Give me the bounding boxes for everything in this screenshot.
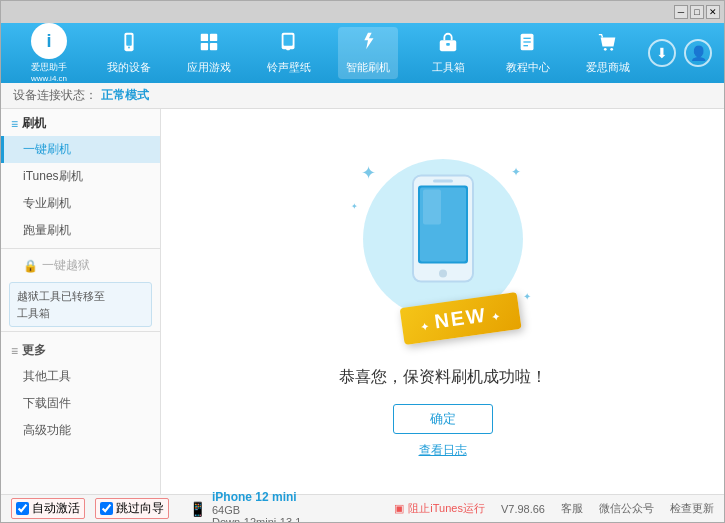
sidebar-more-header: ≡ 更多 bbox=[1, 336, 160, 363]
itunes-icon: ▣ bbox=[394, 502, 404, 515]
nav-item-tutorials-label: 教程中心 bbox=[506, 60, 550, 75]
svg-rect-21 bbox=[433, 179, 453, 182]
sidebar-item-other-tools[interactable]: 其他工具 bbox=[1, 363, 160, 390]
nav-item-ringtones[interactable]: 铃声壁纸 bbox=[259, 27, 319, 79]
content-area: ✦ ✦ ✦ ✦ bbox=[161, 109, 724, 496]
device-storage: 64GB bbox=[212, 504, 301, 516]
nav-item-tutorials[interactable]: 教程中心 bbox=[498, 27, 558, 79]
download-button[interactable]: ⬇ bbox=[648, 39, 676, 67]
main-area: ≡ 刷机 一键刷机 iTunes刷机 专业刷机 跑量刷机 🔒 一键越狱 bbox=[1, 109, 724, 496]
logo-icon: i bbox=[31, 23, 67, 59]
nav-item-toolbox-label: 工具箱 bbox=[432, 60, 465, 75]
sparkle-right-top: ✦ bbox=[511, 165, 521, 179]
svg-rect-4 bbox=[210, 34, 217, 41]
skip-wizard-checkbox[interactable]: 跳过向导 bbox=[95, 498, 169, 519]
logo: i 爱思助手 www.i4.cn bbox=[9, 23, 89, 83]
wechat-link[interactable]: 微信公众号 bbox=[599, 501, 654, 516]
toolbox-icon bbox=[437, 31, 459, 58]
svg-rect-5 bbox=[201, 43, 208, 50]
device-system: Down-12mini-13,1 bbox=[212, 516, 301, 524]
maximize-button[interactable]: □ bbox=[690, 5, 704, 19]
svg-point-20 bbox=[439, 269, 447, 277]
nav-item-my-device-label: 我的设备 bbox=[107, 60, 151, 75]
svg-rect-11 bbox=[446, 43, 450, 46]
svg-point-17 bbox=[610, 48, 613, 51]
phone-illustration-container: ✦ ✦ ✦ ✦ bbox=[343, 147, 543, 347]
lock-icon: 🔒 bbox=[23, 259, 38, 273]
sparkle-left: ✦ bbox=[361, 162, 376, 184]
sidebar-item-itunes-flash[interactable]: iTunes刷机 bbox=[1, 163, 160, 190]
tutorials-icon bbox=[517, 31, 539, 58]
bottom-right: ▣ 阻止iTunes运行 V7.98.66 客服 微信公众号 检查更新 bbox=[394, 501, 714, 516]
nav-item-toolbox[interactable]: 工具箱 bbox=[418, 27, 478, 79]
bottom-bar: 自动激活 跳过向导 📱 iPhone 12 mini 64GB Down-12m… bbox=[1, 494, 724, 522]
nav-item-smart-flash[interactable]: 智能刷机 bbox=[338, 27, 398, 79]
more-section-icon: ≡ bbox=[11, 344, 18, 358]
sidebar-item-no-data-flash[interactable]: 跑量刷机 bbox=[1, 217, 160, 244]
svg-rect-23 bbox=[423, 189, 441, 224]
svg-rect-6 bbox=[210, 43, 217, 50]
nav-item-store[interactable]: 爱思商城 bbox=[578, 27, 638, 79]
app-wrapper: ─ □ ✕ i 爱思助手 www.i4.cn 我的设备 bbox=[0, 0, 725, 523]
sidebar: ≡ 刷机 一键刷机 iTunes刷机 专业刷机 跑量刷机 🔒 一键越狱 bbox=[1, 109, 161, 496]
svg-rect-3 bbox=[201, 34, 208, 41]
sidebar-item-download-firmware[interactable]: 下载固件 bbox=[1, 390, 160, 417]
confirm-button[interactable]: 确定 bbox=[393, 404, 493, 434]
skip-wizard-input[interactable] bbox=[100, 502, 113, 515]
itunes-status[interactable]: ▣ 阻止iTunes运行 bbox=[394, 501, 485, 516]
ringtones-icon bbox=[278, 31, 300, 58]
nav-item-apps-games[interactable]: 应用游戏 bbox=[179, 27, 239, 79]
bottom-left: 自动激活 跳过向导 📱 iPhone 12 mini 64GB Down-12m… bbox=[11, 490, 394, 524]
nav-bar: i 爱思助手 www.i4.cn 我的设备 应用游戏 bbox=[1, 23, 724, 83]
sidebar-jailbreak-header: 🔒 一键越狱 bbox=[1, 253, 160, 278]
logo-text: 爱思助手 www.i4.cn bbox=[31, 61, 67, 83]
status-value: 正常模式 bbox=[101, 87, 149, 104]
check-update-link[interactable]: 检查更新 bbox=[670, 501, 714, 516]
sparkle-left-mid: ✦ bbox=[351, 202, 358, 211]
sparkle-right-bottom: ✦ bbox=[523, 291, 531, 302]
svg-point-16 bbox=[604, 48, 607, 51]
svg-rect-9 bbox=[286, 48, 290, 51]
nav-item-my-device[interactable]: 我的设备 bbox=[99, 27, 159, 79]
phone-svg bbox=[408, 173, 478, 286]
svg-rect-1 bbox=[126, 35, 132, 46]
nav-item-flash-label: 智能刷机 bbox=[346, 60, 390, 75]
sidebar-item-advanced[interactable]: 高级功能 bbox=[1, 417, 160, 444]
sidebar-divider-2 bbox=[1, 331, 160, 332]
auto-connect-input[interactable] bbox=[16, 502, 29, 515]
device-name: iPhone 12 mini bbox=[212, 490, 301, 504]
device-info: 📱 iPhone 12 mini 64GB Down-12mini-13,1 bbox=[189, 490, 301, 524]
nav-item-apps-label: 应用游戏 bbox=[187, 60, 231, 75]
store-icon bbox=[597, 31, 619, 58]
sidebar-divider-1 bbox=[1, 248, 160, 249]
status-label: 设备连接状态： bbox=[13, 87, 97, 104]
my-device-icon bbox=[118, 31, 140, 58]
auto-connect-checkbox[interactable]: 自动激活 bbox=[11, 498, 85, 519]
success-text: 恭喜您，保资料刷机成功啦！ bbox=[339, 367, 547, 388]
close-button[interactable]: ✕ bbox=[706, 5, 720, 19]
nav-items: 我的设备 应用游戏 铃声壁纸 智能刷机 bbox=[89, 27, 648, 79]
minimize-button[interactable]: ─ bbox=[674, 5, 688, 19]
sidebar-item-pro-flash[interactable]: 专业刷机 bbox=[1, 190, 160, 217]
sidebar-info-box: 越狱工具已转移至工具箱 bbox=[9, 282, 152, 327]
sidebar-flash-header: ≡ 刷机 bbox=[1, 109, 160, 136]
svg-point-2 bbox=[128, 47, 130, 49]
title-bar: ─ □ ✕ bbox=[1, 1, 724, 23]
account-button[interactable]: 👤 bbox=[684, 39, 712, 67]
status-bar: 设备连接状态： 正常模式 bbox=[1, 83, 724, 109]
device-icon: 📱 bbox=[189, 501, 206, 517]
customer-service-link[interactable]: 客服 bbox=[561, 501, 583, 516]
svg-rect-8 bbox=[283, 35, 292, 46]
tour-link[interactable]: 查看日志 bbox=[419, 442, 467, 459]
smart-flash-icon bbox=[357, 31, 379, 58]
nav-actions: ⬇ 👤 bbox=[648, 39, 716, 67]
apps-games-icon bbox=[198, 31, 220, 58]
version-text: V7.98.66 bbox=[501, 503, 545, 515]
flash-section-icon: ≡ bbox=[11, 117, 18, 131]
nav-item-ringtones-label: 铃声壁纸 bbox=[267, 60, 311, 75]
sidebar-item-one-click-flash[interactable]: 一键刷机 bbox=[1, 136, 160, 163]
nav-item-store-label: 爱思商城 bbox=[586, 60, 630, 75]
